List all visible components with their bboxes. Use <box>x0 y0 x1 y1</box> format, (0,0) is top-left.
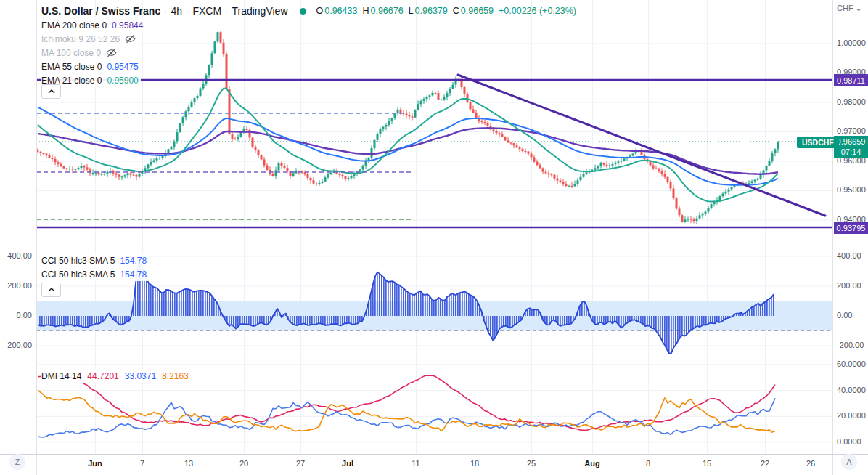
legend-value: 154.78 <box>120 269 147 280</box>
last-price-badge: 0.96659 07:14 <box>834 136 868 158</box>
timezone-button[interactable]: Z <box>9 454 25 470</box>
time-tick-label: 20 <box>239 459 248 468</box>
legend-label: EMA 55 close 0 <box>41 62 102 72</box>
chart-header: U.S. Dollar / Swiss Franc · 4h · FXCM · … <box>41 5 576 17</box>
indicator-legend-main: EMA 200 close 00.95844Ichimoku 9 26 52 2… <box>41 18 145 87</box>
low-value: 0.96379 <box>415 6 448 16</box>
time-tick-label: Jun <box>88 459 102 468</box>
time-tick-label: 7 <box>140 459 144 468</box>
dmi-tick-label: 20.0000 <box>837 411 866 420</box>
time-tick-label: 27 <box>296 459 305 468</box>
legend-row-ichimoku-9-26-52-26[interactable]: Ichimoku 9 26 52 26 <box>41 32 138 46</box>
dmi-tick-label: 0.0000 <box>837 437 861 446</box>
legend-row-ma-100-close-0[interactable]: MA 100 close 0 <box>41 46 119 60</box>
time-tick-label: 25 <box>527 459 536 468</box>
adx-line <box>38 375 775 431</box>
price-tick-label: 0.97000 <box>837 126 866 135</box>
cci-tick-label-left: 400.00 <box>7 251 32 260</box>
tradingview-chart-window: 1.000000.990000.980000.970000.960000.950… <box>0 0 868 475</box>
visibility-off-icon[interactable] <box>125 33 136 44</box>
legend-value: 33.0371 <box>125 371 156 381</box>
legend-value: 0.95475 <box>107 62 138 72</box>
price-axis-currency-selector[interactable]: CHF ⌄ <box>837 4 862 13</box>
time-tick-label: 26 <box>806 459 815 468</box>
cci-tick-label-right: 400.00 <box>837 251 861 260</box>
time-tick-label: 18 <box>470 459 479 468</box>
legend-label: CCI 50 hlc3 SMA 5 <box>41 256 115 266</box>
upper-line-price-badge: 0.98711 <box>834 74 868 86</box>
title-separator: · <box>186 6 189 17</box>
low-label: L <box>409 6 414 16</box>
cci-tick-label-left: -200.00 <box>5 341 32 349</box>
time-tick-label: 13 <box>184 459 193 468</box>
legend-label: MA 100 close 0 <box>41 48 101 58</box>
legend-value: 0.95900 <box>107 76 138 86</box>
title-separator: · <box>225 6 228 17</box>
cci-tick-label-right: 0.00 <box>837 311 852 320</box>
collapse-legend-button-cci[interactable] <box>41 283 61 297</box>
time-tick-label: 11 <box>412 459 419 468</box>
close-label: C <box>453 6 459 16</box>
dmi-tick-label: 60.0000 <box>837 360 866 368</box>
time-tick-label: Jul <box>342 459 353 468</box>
indicator-legend-cci: CCI 50 hlc3 SMA 5154.78CCI 50 hlc3 SMA 5… <box>41 253 149 281</box>
last-price-value: 0.96659 <box>837 137 866 147</box>
market-status-icon[interactable] <box>300 8 306 15</box>
legend-value: 8.2163 <box>162 371 189 381</box>
price-tick-label: 0.98000 <box>837 97 866 106</box>
time-tick-label: 8 <box>646 459 650 468</box>
platform-label: TradingView <box>232 5 287 17</box>
change-value: +0.00226 (+0.23%) <box>499 6 576 16</box>
cci-tick-label-right: 200.00 <box>837 281 861 290</box>
legend-value: 0.95844 <box>112 20 143 31</box>
high-label: H <box>362 6 369 16</box>
auto-scale-button[interactable]: A <box>841 454 857 470</box>
close-value: 0.96659 <box>461 6 494 16</box>
chevron-down-icon: ⌄ <box>856 4 862 13</box>
price-tick-label: 1.00000 <box>837 38 866 47</box>
legend-row-ema-55-close-0[interactable]: EMA 55 close 00.95475 <box>41 60 141 73</box>
time-tick-label: 22 <box>761 459 769 468</box>
currency-label: CHF <box>837 4 853 13</box>
ema-55-line <box>38 107 778 184</box>
cci-tick-label-left: 200.00 <box>7 281 32 290</box>
cci-tick-label-left: 0.00 <box>17 311 32 320</box>
lower-line-price-badge: 0.93795 <box>834 222 868 234</box>
collapse-legend-button-main[interactable] <box>41 84 61 99</box>
legend-row-dmi[interactable]: DMI 14 1444.720133.03718.2163 <box>41 369 191 383</box>
chevron-up-icon <box>48 89 55 94</box>
time-tick-label: 15 <box>703 459 711 468</box>
chevron-up-icon <box>48 288 55 292</box>
exchange-label: FXCM <box>192 5 221 17</box>
interval-label[interactable]: 4h <box>171 5 183 17</box>
bar-countdown: 07:14 <box>841 147 861 157</box>
legend-label: Ichimoku 9 26 52 26 <box>41 34 120 44</box>
legend-value: 44.7201 <box>87 371 118 381</box>
legend-label: CCI 50 hlc3 SMA 5 <box>41 269 115 280</box>
legend-row-ema-200-close-0[interactable]: EMA 200 close 00.95844 <box>41 18 145 32</box>
visibility-off-icon[interactable] <box>106 47 117 58</box>
indicator-legend-dmi: DMI 14 1444.720133.03718.2163 <box>41 369 191 383</box>
legend-label: EMA 200 close 0 <box>41 20 107 31</box>
open-label: O <box>316 6 324 16</box>
time-tick-label: Aug <box>584 459 599 468</box>
legend-row-cci-0[interactable]: CCI 50 hlc3 SMA 5154.78 <box>41 253 149 267</box>
dmi-tick-label: 40.0000 <box>837 386 866 394</box>
title-separator: · <box>164 6 167 17</box>
price-tick-label: 0.95000 <box>837 185 866 194</box>
symbol-title[interactable]: U.S. Dollar / Swiss Franc <box>41 5 160 17</box>
symbol-price-label: USDCHF <box>797 137 839 148</box>
open-value: 0.96433 <box>324 6 357 16</box>
legend-label: DMI 14 14 <box>41 371 81 381</box>
legend-value: 154.78 <box>120 256 147 266</box>
ohlc-readout: O 0.96433 H 0.96676 L 0.96379 C 0.96659 … <box>316 6 577 16</box>
legend-row-cci-1[interactable]: CCI 50 hlc3 SMA 5154.78 <box>41 267 149 281</box>
cci-tick-label-right: -200.00 <box>837 341 864 349</box>
high-value: 0.96676 <box>370 6 403 16</box>
